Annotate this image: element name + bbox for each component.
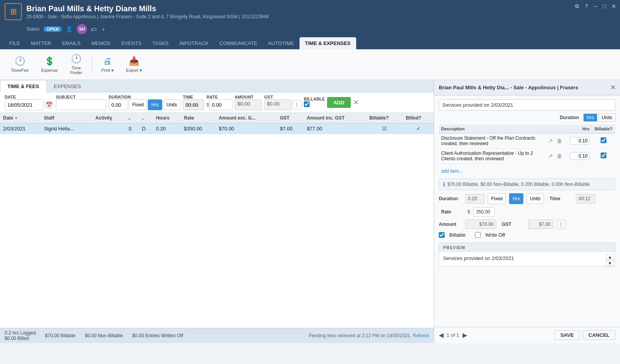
- right-panel: Brian Paul Mills & Hetty Dia... - Sale -…: [434, 80, 620, 343]
- hrs-detail-toggle[interactable]: Hrs: [509, 193, 523, 204]
- refresh-link[interactable]: Refresh: [413, 333, 429, 338]
- gst-detail-label: GST: [502, 222, 525, 227]
- tab-memos[interactable]: MEMOS: [86, 37, 116, 49]
- expense-button[interactable]: 💲 Expense: [36, 55, 62, 74]
- tab-infotrack[interactable]: INFOTRACK: [174, 37, 214, 49]
- app-logo: ⊞: [5, 3, 22, 20]
- tab-time-expenses[interactable]: TIME & EXPENSES: [300, 37, 356, 49]
- export-button[interactable]: 📥 Export ▾: [121, 55, 147, 75]
- subtab-expenses[interactable]: EXPENSES: [47, 80, 88, 92]
- rp-close-button[interactable]: ✕: [610, 84, 615, 91]
- cancel-button[interactable]: CANCEL: [583, 330, 615, 340]
- item-delete-button-2[interactable]: 🗑: [556, 153, 563, 159]
- units-detail-toggle[interactable]: Units: [526, 193, 544, 204]
- user-icon[interactable]: 👤: [66, 26, 73, 33]
- prev-arrow-button[interactable]: ◀: [439, 331, 443, 339]
- rp-description-input[interactable]: [439, 99, 615, 111]
- add-button[interactable]: ADD: [327, 97, 350, 108]
- col-billable[interactable]: Billable?: [366, 113, 403, 123]
- col-rate[interactable]: Rate: [181, 113, 216, 123]
- write-off-cb[interactable]: [475, 232, 481, 238]
- tab-communicate[interactable]: COMMUNICATE: [214, 37, 263, 49]
- billable-detail-cb[interactable]: [439, 232, 445, 238]
- subject-input[interactable]: [56, 99, 106, 110]
- col-dot2[interactable]: ..: [139, 113, 153, 123]
- date-header: DATE: [5, 95, 54, 99]
- time-finder-button[interactable]: 🕐 TimeFinder: [66, 52, 87, 76]
- col-amount-inc[interactable]: Amount inc. GST: [304, 113, 366, 123]
- add-icon[interactable]: ＋: [100, 26, 106, 33]
- expense-label: Expense: [41, 68, 58, 73]
- billable-checkbox-entry[interactable]: [304, 101, 310, 107]
- time-header: TIME: [183, 95, 204, 99]
- fixed-toggle[interactable]: Fixed: [129, 99, 147, 110]
- fixed-detail-toggle[interactable]: Fixed: [488, 193, 506, 204]
- maximize-icon[interactable]: □: [603, 3, 606, 9]
- print-button[interactable]: 🖨 Print ▾: [97, 55, 118, 75]
- rate-detail-input[interactable]: [473, 207, 495, 217]
- preview-scroll-down[interactable]: ▼: [606, 260, 614, 266]
- units-toggle-entry[interactable]: Units: [163, 99, 180, 110]
- tab-events[interactable]: EVENTS: [116, 37, 147, 49]
- info-icon: ℹ: [443, 181, 445, 187]
- written-off-status: $0.00 Entries Written Off: [132, 333, 183, 338]
- duration-detail-input[interactable]: [465, 194, 485, 203]
- col-amount-exc[interactable]: Amount exc. G...: [216, 113, 277, 123]
- tab-autotime[interactable]: AUTOTIME: [263, 37, 300, 49]
- duration-input[interactable]: [109, 99, 128, 110]
- item-link-button-1[interactable]: ↗: [547, 137, 554, 144]
- date-input[interactable]: [5, 99, 43, 110]
- help-icon[interactable]: ?: [585, 3, 588, 9]
- col-date[interactable]: Date: [0, 113, 41, 123]
- tab-tasks[interactable]: TASKS: [147, 37, 174, 49]
- items-col-description: Description: [439, 125, 545, 133]
- item-billable-cb-1[interactable]: [601, 137, 606, 143]
- tab-matter[interactable]: MATTER: [25, 37, 56, 49]
- time-input[interactable]: [183, 99, 204, 110]
- item-link-button-2[interactable]: ↗: [547, 153, 554, 159]
- item-hrs-input-1[interactable]: [570, 137, 589, 145]
- col-hours[interactable]: Hours: [153, 113, 181, 123]
- billable-header: BILLABLE: [304, 97, 325, 101]
- time-fee-button[interactable]: 🕐 Time/Fee: [6, 55, 33, 74]
- col-activity[interactable]: Activity: [92, 113, 125, 123]
- tab-file[interactable]: FILE: [4, 37, 25, 49]
- add-item-link[interactable]: add item...: [439, 167, 615, 175]
- table-row[interactable]: 2/03/2021 Sigrid Hella... S D 0.20 $350.…: [0, 123, 434, 134]
- tab-emails[interactable]: EMAILS: [57, 37, 86, 49]
- info-text: $70.00 Billable, $0.00 Non-Billable, 0.2…: [447, 182, 590, 187]
- preview-scroll-up[interactable]: ▲: [606, 254, 614, 260]
- close-icon[interactable]: ✕: [611, 3, 616, 9]
- duration-toggle-row: Duration Hrs Units: [439, 114, 615, 121]
- gst-display: $0.00: [264, 99, 291, 110]
- gst-more-button[interactable]: ⋮: [292, 100, 301, 109]
- item-delete-button-1[interactable]: 🗑: [556, 137, 563, 144]
- rate-dollar-sign: $: [206, 102, 209, 107]
- calendar-button[interactable]: 📅: [44, 100, 54, 109]
- minimize-icon[interactable]: ─: [594, 3, 597, 9]
- settings-icon[interactable]: ⚙: [575, 3, 580, 9]
- cell-col1: S: [125, 123, 139, 134]
- gst-detail-more-button[interactable]: ⋮: [556, 220, 566, 229]
- left-panel: TIME & FEES EXPENSES DATE 📅 SUBJECT DURA…: [0, 80, 434, 343]
- rate-input[interactable]: [209, 99, 232, 110]
- next-arrow-button[interactable]: ▶: [462, 331, 467, 339]
- export-icon: 📥: [129, 56, 139, 66]
- item-billable-cb-2[interactable]: [601, 153, 606, 158]
- col-dot1[interactable]: ..: [125, 113, 139, 123]
- avatar[interactable]: SH: [77, 24, 87, 34]
- col-gst[interactable]: GST: [277, 113, 303, 123]
- item-hrs-input-2[interactable]: [570, 152, 589, 160]
- item-actions-2: ↗ 🗑: [545, 149, 567, 164]
- clear-button[interactable]: ✕: [353, 98, 359, 107]
- col-billed[interactable]: Billed?: [403, 113, 434, 123]
- rp-hrs-toggle[interactable]: Hrs: [584, 114, 597, 121]
- hrs-toggle[interactable]: Hrs: [148, 99, 162, 110]
- rp-units-toggle[interactable]: Units: [599, 114, 615, 121]
- time-detail-input[interactable]: [576, 194, 595, 203]
- tag-icon[interactable]: 🏷: [91, 26, 97, 33]
- save-button[interactable]: SAVE: [554, 330, 579, 340]
- expense-icon: 💲: [44, 56, 55, 66]
- subtab-time-fees[interactable]: TIME & FEES: [0, 80, 47, 92]
- col-staff[interactable]: Staff: [41, 113, 92, 123]
